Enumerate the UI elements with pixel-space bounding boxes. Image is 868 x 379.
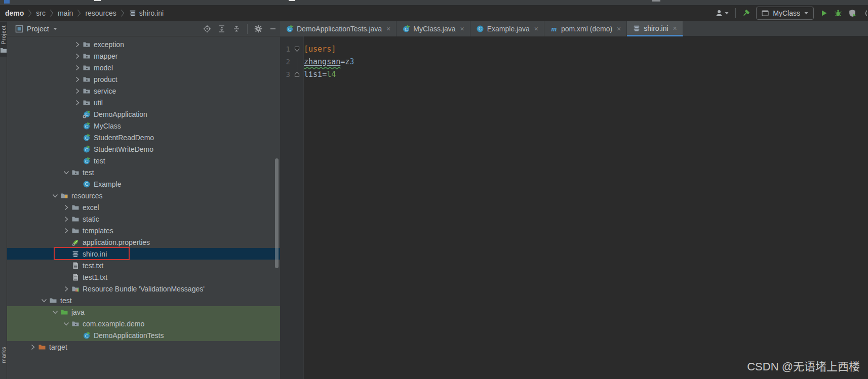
code-line-1[interactable]: 1[users] [280, 43, 868, 55]
chevron-right-icon[interactable] [28, 343, 37, 351]
locate-file-button[interactable] [203, 25, 211, 33]
tree-item-demoapplicationtests[interactable]: CDemoApplicationTests [7, 329, 280, 341]
tree-item-resource-bundle-validationmessages[interactable]: Resource Bundle 'ValidationMessages' [7, 283, 280, 294]
breadcrumb-item-src[interactable]: src [36, 9, 46, 17]
tab-label: Example.java [487, 25, 530, 33]
chevron-right-icon[interactable] [73, 87, 82, 95]
chevron-right-icon[interactable] [73, 99, 82, 107]
settings-button[interactable] [254, 25, 262, 33]
project-tool-button[interactable]: Project [0, 22, 7, 57]
tree-item-demoapplication[interactable]: CDemoApplication [7, 108, 280, 120]
code-area[interactable]: 1[users]2zhangsan=z33lisi=l4 [280, 43, 868, 80]
breadcrumb-label: main [58, 9, 73, 17]
tree-scrollbar[interactable] [275, 158, 279, 268]
chevron-right-icon[interactable] [62, 203, 70, 212]
chevron-right-icon[interactable] [62, 285, 70, 293]
tree-item-service[interactable]: service [7, 85, 280, 97]
tab-shiro-ini[interactable]: shiro.ini× [627, 21, 683, 36]
project-view-icon [15, 25, 23, 33]
main-toolbar: MyClass [715, 6, 867, 21]
tree-item-templates[interactable]: templates [7, 225, 280, 236]
tree-item-test-txt[interactable]: test.txt [7, 260, 280, 271]
project-panel: Project exceptionmappermodelproductservi… [7, 21, 280, 379]
close-icon[interactable]: × [386, 25, 390, 33]
chevron-down-icon[interactable] [40, 297, 48, 305]
fold-marker-start-icon[interactable] [290, 46, 304, 52]
chevron-right-icon[interactable] [73, 75, 82, 83]
tab-label: shiro.ini [644, 24, 668, 32]
breadcrumb-separator-icon [76, 9, 82, 17]
chevron-down-icon[interactable] [51, 192, 59, 200]
tree-item-example[interactable]: CExample [7, 178, 280, 190]
tree-item-model[interactable]: model [7, 62, 280, 73]
chevron-right-icon[interactable] [73, 40, 82, 49]
fold-marker-end-icon[interactable] [290, 71, 304, 77]
breadcrumb-item-demo[interactable]: demo [5, 9, 24, 17]
close-icon[interactable]: × [673, 24, 677, 32]
tree-item-myclass[interactable]: CMyClass [7, 120, 280, 132]
breadcrumb-item-resources[interactable]: resources [85, 9, 116, 17]
tree-item-test[interactable]: test [7, 166, 280, 178]
tree-item-excel[interactable]: excel [7, 201, 280, 213]
tab-example-java[interactable]: CExample.java× [470, 21, 544, 36]
run-button[interactable] [820, 9, 828, 17]
tree-item-studentreaddemo[interactable]: CStudentReadDemo [7, 132, 280, 143]
close-icon[interactable]: × [617, 25, 621, 33]
close-icon[interactable]: × [534, 25, 538, 33]
debug-bug-icon [834, 9, 842, 17]
tree-item-studentwritedemo[interactable]: CStudentWriteDemo [7, 143, 280, 155]
tree-item-test[interactable]: Ctest [7, 155, 280, 166]
tree-item-exception[interactable]: exception [7, 38, 280, 50]
run-icon [820, 9, 828, 17]
chevron-down-icon[interactable] [62, 169, 70, 177]
editor[interactable]: 1[users]2zhangsan=z33lisi=l4 [280, 36, 868, 379]
tree-item-test[interactable]: test [7, 294, 280, 306]
spring-properties-icon [71, 238, 80, 246]
chevron-right-icon[interactable] [73, 52, 82, 60]
chevron-down-icon[interactable] [51, 308, 59, 316]
expand-all-button[interactable] [218, 25, 226, 33]
chevron-down-icon[interactable] [62, 320, 70, 328]
user-menu-button[interactable] [715, 9, 729, 17]
tree-item-static[interactable]: static [7, 213, 280, 225]
bookmarks-tool-button[interactable]: marks [0, 344, 7, 366]
breadcrumb-item-main[interactable]: main [58, 9, 73, 17]
chevron-right-icon[interactable] [62, 227, 70, 235]
tree-item-util[interactable]: util [7, 97, 280, 108]
tree-item-label: templates [83, 227, 113, 235]
debug-button[interactable] [834, 9, 842, 17]
folder-icon [71, 203, 80, 212]
project-view-title[interactable]: Project [27, 25, 49, 33]
clipped-toolbar-artifact [289, 0, 295, 1]
tree-item-target[interactable]: target [7, 341, 280, 353]
profiler-button[interactable] [862, 9, 867, 17]
toolbar-separator [247, 24, 248, 34]
tree-item-shiro-ini[interactable]: shiro.ini [7, 248, 280, 260]
tree-item-label: DemoApplicationTests [94, 331, 164, 340]
chevron-right-icon[interactable] [73, 64, 82, 72]
collapse-all-button[interactable] [232, 25, 241, 33]
coverage-button[interactable] [848, 9, 856, 17]
tree-item-test1-txt[interactable]: test1.txt [7, 271, 280, 283]
hide-panel-button[interactable] [269, 25, 277, 33]
close-icon[interactable]: × [460, 25, 464, 33]
project-panel-header: Project [7, 21, 280, 36]
tree-item-com-example-demo[interactable]: com.example.demo [7, 318, 280, 329]
annotation-red-box [54, 247, 130, 260]
tree-item-resources[interactable]: resources [7, 190, 280, 201]
tree-item-product[interactable]: product [7, 73, 280, 85]
breadcrumb-item-shiro-ini[interactable]: shiro.ini [129, 9, 164, 17]
tab-demoapplicationtests-java[interactable]: CDemoApplicationTests.java× [280, 21, 397, 36]
chevron-down-icon[interactable] [53, 26, 58, 31]
tree-item-mapper[interactable]: mapper [7, 50, 280, 62]
tree-item-java[interactable]: java [7, 306, 280, 318]
chevron-right-icon[interactable] [62, 215, 70, 223]
chevron-spacer [73, 110, 82, 118]
tab-pom-xml-demo[interactable]: mpom.xml (demo)× [544, 21, 627, 36]
tab-myclass-java[interactable]: CMyClass.java× [397, 21, 470, 36]
code-line-3[interactable]: 3lisi=l4 [280, 68, 868, 80]
tree-item-application-properties[interactable]: application.properties [7, 236, 280, 248]
run-configuration-select[interactable]: MyClass [756, 7, 814, 20]
code-line-2[interactable]: 2zhangsan=z3 [280, 55, 868, 68]
build-button[interactable] [742, 9, 750, 17]
